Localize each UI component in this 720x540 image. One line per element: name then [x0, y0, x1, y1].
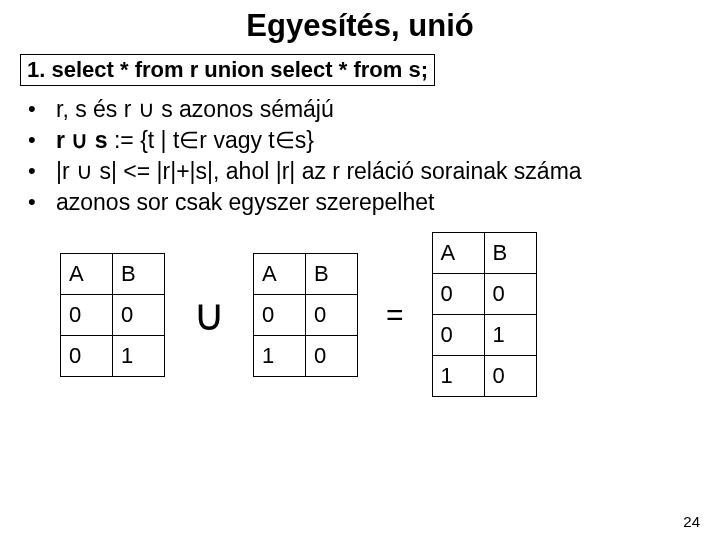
col-header: B	[484, 233, 536, 274]
bullet-item: azonos sor csak egyszer szerepelhet	[20, 187, 700, 218]
cell: 0	[113, 294, 165, 335]
col-header: A	[432, 233, 484, 274]
table-left: A B 0 0 0 1	[60, 253, 165, 377]
slide-title: Egyesítés, unió	[20, 8, 700, 44]
cell: 0	[254, 294, 306, 335]
page-number: 24	[683, 513, 700, 530]
col-header: A	[254, 253, 306, 294]
col-header: B	[113, 253, 165, 294]
bullet-rest: := {t | t∈r vagy t∈s}	[108, 127, 314, 153]
cell: 0	[306, 335, 358, 376]
equals-icon: =	[386, 298, 404, 332]
tables-row: A B 0 0 0 1 ∪ A B 0 0 1 0	[60, 232, 700, 397]
bullet-list: r, s és r ∪ s azonos sémájú r ∪ s := {t …	[20, 94, 700, 218]
cell: 1	[113, 335, 165, 376]
sql-statement-box: 1. select * from r union select * from s…	[20, 54, 435, 86]
col-header: A	[61, 253, 113, 294]
col-header: B	[306, 253, 358, 294]
cell: 0	[61, 294, 113, 335]
bullet-item: r ∪ s := {t | t∈r vagy t∈s}	[20, 125, 700, 156]
cell: 0	[306, 294, 358, 335]
bullet-bold: r ∪ s	[56, 127, 108, 153]
cell: 1	[254, 335, 306, 376]
cell: 0	[432, 315, 484, 356]
cell: 0	[61, 335, 113, 376]
bullet-item: |r ∪ s| <= |r|+|s|, ahol |r| az r reláci…	[20, 156, 700, 187]
cell: 0	[484, 274, 536, 315]
cell: 0	[432, 274, 484, 315]
cell: 1	[432, 356, 484, 397]
table-right: A B 0 0 0 1 1 0	[432, 232, 537, 397]
table-mid: A B 0 0 1 0	[253, 253, 358, 377]
cell: 0	[484, 356, 536, 397]
bullet-item: r, s és r ∪ s azonos sémájú	[20, 94, 700, 125]
cell: 1	[484, 315, 536, 356]
union-icon: ∪	[193, 289, 225, 341]
